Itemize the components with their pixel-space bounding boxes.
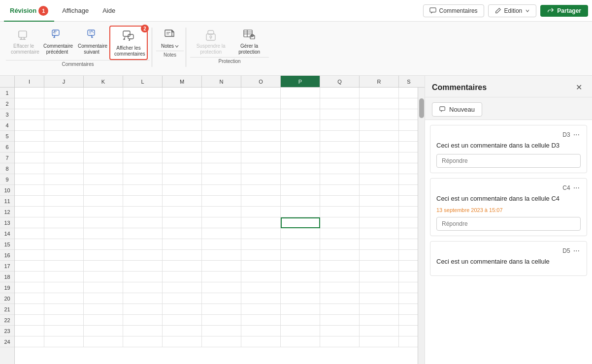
cell-L7[interactable] <box>123 152 163 163</box>
cell-R20[interactable] <box>360 293 399 304</box>
tab-aide[interactable]: Aide <box>97 0 121 22</box>
cell-J16[interactable] <box>44 250 84 261</box>
cell-J1[interactable] <box>44 88 84 98</box>
cell-Q13[interactable] <box>320 217 360 228</box>
cell-J14[interactable] <box>44 228 84 239</box>
cell-J22[interactable] <box>44 315 84 326</box>
cell-S14[interactable] <box>399 228 418 239</box>
cell-M23[interactable] <box>163 326 202 336</box>
cell-I10[interactable] <box>15 185 44 196</box>
cell-I15[interactable] <box>15 239 44 250</box>
spreadsheet[interactable]: I J K L M N O P Q R S 123456789101112131… <box>0 76 425 364</box>
cell-P19[interactable] <box>281 282 320 293</box>
cell-I23[interactable] <box>15 326 44 336</box>
cell-N6[interactable] <box>202 142 241 152</box>
cell-R17[interactable] <box>360 261 399 272</box>
cell-S11[interactable] <box>399 196 418 207</box>
cell-Q21[interactable] <box>320 304 360 315</box>
cell-O17[interactable] <box>241 261 281 272</box>
ribbon-btn-effacer[interactable]: Effacer le commentaire <box>8 26 39 57</box>
cell-Q8[interactable] <box>320 163 360 174</box>
cell-I18[interactable] <box>15 272 44 282</box>
cell-P6[interactable] <box>281 142 320 152</box>
cell-I3[interactable] <box>15 109 44 120</box>
cell-J18[interactable] <box>44 272 84 282</box>
comment-D3-reply-input[interactable] <box>436 154 581 168</box>
cell-M17[interactable] <box>163 261 202 272</box>
cell-S1[interactable] <box>399 88 418 98</box>
cell-O3[interactable] <box>241 109 281 120</box>
cell-S23[interactable] <box>399 326 418 336</box>
comment-D3-menu[interactable]: ··· <box>572 130 581 139</box>
cell-N17[interactable] <box>202 261 241 272</box>
cell-K8[interactable] <box>84 163 123 174</box>
close-comments-panel-button[interactable]: ✕ <box>573 82 585 93</box>
edition-button[interactable]: Edition <box>488 4 537 17</box>
cell-J10[interactable] <box>44 185 84 196</box>
cell-R14[interactable] <box>360 228 399 239</box>
cell-P20[interactable] <box>281 293 320 304</box>
cell-K12[interactable] <box>84 207 123 217</box>
cell-N22[interactable] <box>202 315 241 326</box>
partager-button[interactable]: Partager <box>540 5 588 17</box>
cell-L11[interactable] <box>123 196 163 207</box>
cell-I20[interactable] <box>15 293 44 304</box>
cell-J19[interactable] <box>44 282 84 293</box>
cell-P14[interactable] <box>281 228 320 239</box>
cell-K6[interactable] <box>84 142 123 152</box>
cell-O22[interactable] <box>241 315 281 326</box>
cell-S6[interactable] <box>399 142 418 152</box>
cell-P8[interactable] <box>281 163 320 174</box>
cell-M6[interactable] <box>163 142 202 152</box>
cell-I19[interactable] <box>15 282 44 293</box>
cell-O16[interactable] <box>241 250 281 261</box>
cell-J15[interactable] <box>44 239 84 250</box>
cell-L1[interactable] <box>123 88 163 98</box>
cell-Q14[interactable] <box>320 228 360 239</box>
cell-Q7[interactable] <box>320 152 360 163</box>
cell-R11[interactable] <box>360 196 399 207</box>
cell-Q3[interactable] <box>320 109 360 120</box>
cell-I13[interactable] <box>15 217 44 228</box>
cell-M2[interactable] <box>163 98 202 109</box>
cell-P15[interactable] <box>281 239 320 250</box>
cell-J3[interactable] <box>44 109 84 120</box>
cell-S12[interactable] <box>399 207 418 217</box>
cell-S20[interactable] <box>399 293 418 304</box>
cell-O6[interactable] <box>241 142 281 152</box>
cell-N21[interactable] <box>202 304 241 315</box>
cell-O14[interactable] <box>241 228 281 239</box>
cell-S7[interactable] <box>399 152 418 163</box>
cell-R7[interactable] <box>360 152 399 163</box>
cell-K1[interactable] <box>84 88 123 98</box>
cell-K2[interactable] <box>84 98 123 109</box>
cell-K21[interactable] <box>84 304 123 315</box>
comment-D5-menu[interactable]: ··· <box>572 246 581 255</box>
cell-I6[interactable] <box>15 142 44 152</box>
cell-Q6[interactable] <box>320 142 360 152</box>
cell-S2[interactable] <box>399 98 418 109</box>
cell-L21[interactable] <box>123 304 163 315</box>
cell-R6[interactable] <box>360 142 399 152</box>
cell-L24[interactable] <box>123 336 163 347</box>
cell-J5[interactable] <box>44 131 84 142</box>
cell-M12[interactable] <box>163 207 202 217</box>
cell-O1[interactable] <box>241 88 281 98</box>
cell-K17[interactable] <box>84 261 123 272</box>
cell-L23[interactable] <box>123 326 163 336</box>
cell-P16[interactable] <box>281 250 320 261</box>
cell-M13[interactable] <box>163 217 202 228</box>
cell-O15[interactable] <box>241 239 281 250</box>
cell-I9[interactable] <box>15 174 44 185</box>
cell-Q24[interactable] <box>320 336 360 347</box>
cell-S19[interactable] <box>399 282 418 293</box>
cell-K10[interactable] <box>84 185 123 196</box>
cell-O24[interactable] <box>241 336 281 347</box>
cell-I17[interactable] <box>15 261 44 272</box>
cell-R8[interactable] <box>360 163 399 174</box>
cell-S8[interactable] <box>399 163 418 174</box>
cell-K3[interactable] <box>84 109 123 120</box>
cell-I21[interactable] <box>15 304 44 315</box>
cell-R21[interactable] <box>360 304 399 315</box>
cell-R23[interactable] <box>360 326 399 336</box>
